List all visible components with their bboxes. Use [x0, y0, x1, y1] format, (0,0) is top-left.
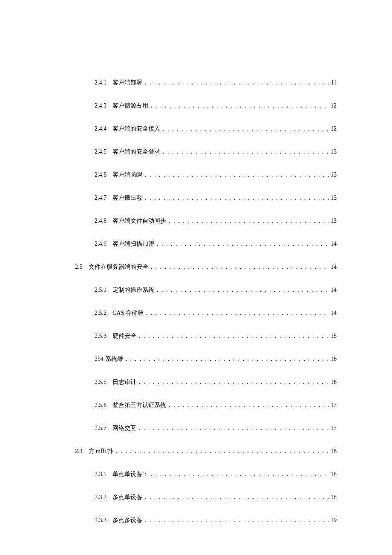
toc-leader-dots: [157, 287, 329, 293]
toc-leader-dots: [139, 333, 329, 340]
toc-title: 客户端防瞬: [112, 171, 142, 179]
toc-title: 客户端扫描加密: [112, 240, 154, 248]
toc-leader-dots: [157, 241, 329, 247]
toc-leader-dots: [146, 310, 329, 317]
toc-number: 2.5.5: [95, 379, 107, 386]
toc-number: 2.4.3: [95, 102, 107, 109]
toc-number: 2.5.2: [95, 310, 107, 317]
toc-page-number: 17: [331, 402, 337, 409]
toc-number: 2.5.1: [95, 287, 107, 293]
toc-entry: 2.3方 mffi 扑18: [55, 447, 337, 455]
toc-entry: 2.4.1客户端部署11: [55, 79, 337, 87]
toc-title: 254 系统雌: [95, 355, 123, 363]
toc-number: 2.5.7: [95, 425, 107, 432]
toc-number: 2.5.3: [95, 333, 107, 340]
toc-number: 2.4.5: [95, 148, 107, 155]
toc-page-number: 19: [331, 517, 337, 524]
toc-entry: 2.3.2多点单设备18: [55, 494, 337, 501]
toc-leader-dots: [145, 195, 329, 201]
toc-entry: 2.3.1单点单设备：18: [55, 471, 337, 478]
toc-title: 硬件安全: [112, 332, 136, 340]
table-of-contents: 2.4.1客户端部署112.4.3客户骸源占用122.4.4客户端的安全接入12…: [55, 79, 337, 524]
toc-title: 客户端的安全登录: [112, 148, 160, 156]
toc-entry: 2.5.7网络交互17: [55, 424, 337, 432]
toc-title: 客户搬出蔽: [112, 194, 142, 202]
toc-title: 客户端的安全接入: [112, 125, 160, 133]
toc-page-number: 16: [331, 356, 337, 363]
toc-title: CAS 存储雌: [112, 309, 144, 317]
toc-title: 多点多设备: [112, 517, 142, 524]
toc-entry: 2.5.2CAS 存储雌14: [55, 309, 337, 317]
toc-number: 2.4.4: [95, 125, 107, 132]
toc-entry: 2.4.4客户端的安全接入12: [55, 125, 337, 133]
toc-page-number: 14: [331, 310, 337, 317]
toc-entry: 2.4.6客户端防瞬13: [55, 171, 337, 179]
toc-number: 2.3.3: [95, 517, 107, 524]
toc-title: 文件在服务器端的安全: [89, 263, 148, 271]
toc-title: 方 mffi 扑: [89, 447, 114, 455]
toc-number: 2.4.8: [95, 218, 107, 224]
toc-page-number: 13: [331, 195, 337, 201]
toc-page-number: 12: [331, 102, 337, 109]
toc-title: 单点单设备：: [112, 471, 148, 478]
toc-page-number: 14: [331, 241, 337, 247]
toc-title: 多点单设备: [112, 494, 142, 501]
toc-entry: 2.4.3客户骸源占用12: [55, 102, 337, 110]
toc-page-number: 13: [331, 148, 337, 155]
toc-number: 2.4.6: [95, 171, 107, 178]
toc-page-number: 14: [331, 287, 337, 293]
toc-number: 2.4.9: [95, 241, 107, 247]
toc-page-number: 13: [331, 171, 337, 178]
toc-entry: 254 系统雌16: [55, 355, 337, 363]
toc-number: 2.3.1: [95, 471, 107, 478]
toc-number: 2.4.1: [95, 79, 107, 86]
toc-leader-dots: [145, 494, 329, 501]
toc-page-number: 16: [331, 379, 337, 386]
toc-number: 2.5: [75, 264, 83, 270]
toc-title: 整合第三方认证系统: [112, 401, 166, 409]
toc-leader-dots: [145, 171, 329, 178]
toc-leader-dots: [151, 264, 329, 270]
toc-leader-dots: [169, 218, 329, 224]
toc-page-number: 12: [331, 125, 337, 132]
toc-entry: 2.4.8客户端文件自动同步13: [55, 217, 337, 225]
toc-title: 客户端文件自动同步: [112, 217, 166, 225]
toc-page-number: 13: [331, 218, 337, 224]
toc-page-number: 14: [331, 264, 337, 270]
toc-page-number: 18: [331, 448, 337, 455]
toc-number: 2.5.6: [95, 402, 107, 409]
toc-entry: 2.5文件在服务器端的安全14: [55, 263, 337, 271]
toc-leader-dots: [151, 102, 329, 109]
toc-page-number: 18: [331, 494, 337, 501]
toc-entry: 2.3.3多点多设备19: [55, 517, 337, 524]
toc-leader-dots: [116, 448, 329, 455]
toc-leader-dots: [151, 471, 329, 478]
toc-entry: 2.5.5日志审计16: [55, 378, 337, 386]
toc-leader-dots: [139, 425, 329, 432]
toc-leader-dots: [169, 402, 329, 409]
toc-entry: 2.5.6整合第三方认证系统17: [55, 401, 337, 409]
toc-number: 2.4.7: [95, 195, 107, 201]
toc-entry: 2.5.3硬件安全15: [55, 332, 337, 340]
toc-page-number: 11: [331, 79, 337, 86]
toc-leader-dots: [163, 125, 329, 132]
toc-entry: 2.4.5客户端的安全登录13: [55, 148, 337, 156]
toc-title: 网络交互: [112, 424, 136, 432]
toc-entry: 2.5.1定制的操作系统14: [55, 286, 337, 294]
toc-leader-dots: [145, 79, 329, 86]
toc-leader-dots: [126, 356, 329, 363]
toc-leader-dots: [145, 517, 329, 524]
toc-title: 日志审计: [112, 378, 136, 386]
toc-entry: 2.4.7客户搬出蔽13: [55, 194, 337, 202]
toc-page-number: 17: [331, 425, 337, 432]
toc-leader-dots: [163, 148, 329, 155]
toc-leader-dots: [139, 379, 329, 386]
toc-number: 2.3.2: [95, 494, 107, 501]
toc-title: 定制的操作系统: [112, 286, 154, 294]
toc-page-number: 18: [331, 471, 337, 478]
toc-page-number: 15: [331, 333, 337, 340]
toc-number: 2.3: [75, 448, 83, 455]
toc-entry: 2.4.9客户端扫描加密14: [55, 240, 337, 248]
toc-title: 客户端部署: [112, 79, 142, 87]
toc-title: 客户骸源占用: [112, 102, 148, 110]
